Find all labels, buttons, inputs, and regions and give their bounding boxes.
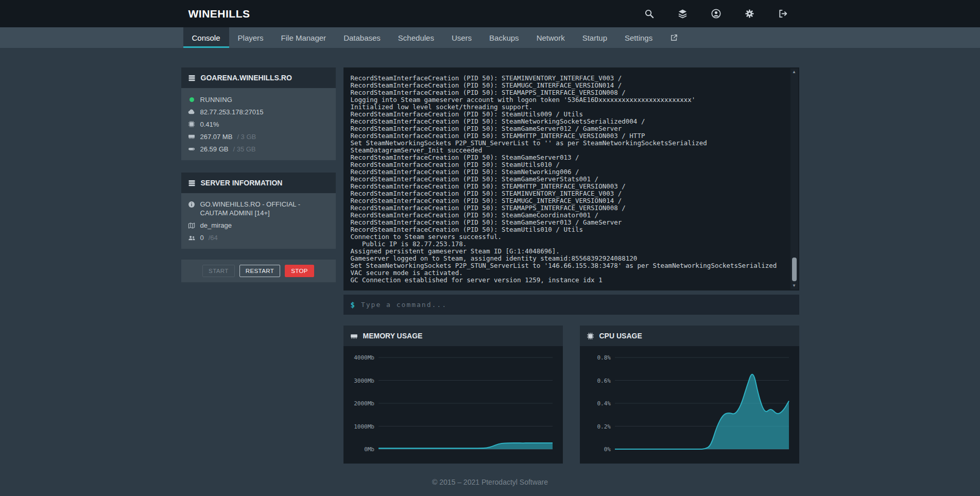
brand-title[interactable]: WINEHILLS	[188, 8, 250, 20]
memory-icon	[188, 133, 196, 140]
console-line: Connection to Steam servers successful.	[351, 233, 782, 241]
console: RecordSteamInterfaceCreation (PID 50): S…	[343, 67, 799, 290]
memory-chart-header: MEMORY USAGE	[343, 326, 563, 346]
map-row: de_mirage	[188, 219, 329, 231]
charts-row: MEMORY USAGE 0Mb1000Mb2000Mb3000Mb4000Mb…	[343, 326, 799, 464]
server-information-body: GO.WINEHILLS.RO - OFFICIAL - CAUTAM ADMI…	[181, 193, 336, 249]
svg-text:4000Mb: 4000Mb	[354, 354, 374, 361]
command-bar: $	[343, 295, 799, 315]
start-button[interactable]: START	[202, 265, 235, 277]
players-row: 0/64	[188, 231, 329, 244]
svg-text:0.2%: 0.2%	[597, 423, 611, 430]
memory-limit: / 3 GB	[237, 133, 256, 141]
server-overview-card: GOARENA.WINEHILLS.RO RUNNING 82.77.253.1…	[181, 67, 336, 160]
console-line: Assigned persistent gameserver Steam ID …	[351, 248, 782, 255]
cpu-usage-card: CPU USAGE 0%0.2%0.4%0.6%0.8%	[580, 326, 799, 464]
microchip-icon	[188, 121, 196, 128]
console-line: RecordSteamInterfaceCreation (PID 50): S…	[351, 132, 782, 140]
scroll-up-icon[interactable]: ▲	[790, 69, 798, 76]
console-line: GC Connection established for server ver…	[351, 277, 782, 284]
tab-file-manager[interactable]: File Manager	[272, 27, 335, 48]
console-line: VAC secure mode is activated.	[351, 269, 782, 277]
tab-settings[interactable]: Settings	[616, 27, 661, 48]
sidebar: GOARENA.WINEHILLS.RO RUNNING 82.77.253.1…	[181, 67, 336, 464]
svg-text:0Mb: 0Mb	[364, 446, 374, 453]
tab-users[interactable]: Users	[443, 27, 480, 48]
players-online: 0	[200, 234, 204, 242]
search-icon[interactable]	[644, 9, 654, 19]
server-address: 82.77.253.178:27015	[200, 108, 264, 116]
console-line: RecordSteamInterfaceCreation (PID 50): S…	[351, 168, 782, 176]
console-column: RecordSteamInterfaceCreation (PID 50): S…	[343, 67, 799, 464]
tab-console[interactable]: Console	[183, 27, 229, 48]
server-title: GOARENA.WINEHILLS.RO	[201, 74, 292, 82]
memory-chart-body: 0Mb1000Mb2000Mb3000Mb4000Mb	[343, 346, 563, 464]
command-input[interactable]	[361, 301, 792, 309]
external-link-icon[interactable]	[661, 27, 687, 48]
console-line: Gameserver logged on to Steam, assigned …	[351, 255, 782, 262]
console-line: Public IP is 82.77.253.178.	[351, 241, 782, 248]
server-information-card: SERVER INFORMATION GO.WINEHILLS.RO - OFF…	[181, 173, 336, 249]
console-line: SteamDatagramServer_Init succeeded	[351, 147, 782, 154]
svg-text:0.8%: 0.8%	[597, 354, 611, 361]
memory-row: 267.07 MB / 3 GB	[188, 130, 329, 143]
console-line: Set SteamNetworkingSockets P2P_STUN_Serv…	[351, 140, 782, 147]
memory-icon	[350, 332, 358, 340]
console-scrollbar[interactable]: ▲ ▼	[790, 69, 798, 289]
status-dot-icon	[190, 97, 194, 102]
address-row: 82.77.253.178:27015	[188, 106, 329, 118]
tab-backups[interactable]: Backups	[480, 27, 528, 48]
svg-text:0.6%: 0.6%	[597, 378, 611, 384]
server-status: RUNNING	[200, 96, 233, 104]
server-information-title: SERVER INFORMATION	[201, 179, 283, 187]
svg-text:1000Mb: 1000Mb	[354, 423, 374, 430]
console-output[interactable]: RecordSteamInterfaceCreation (PID 50): S…	[351, 75, 782, 284]
cloud-icon	[188, 108, 196, 115]
sign-out-icon[interactable]	[778, 9, 788, 19]
microchip-icon	[587, 332, 594, 340]
server-stats: RUNNING 82.77.253.178:27015 0.41%	[181, 88, 336, 160]
admin-settings-icon[interactable]	[745, 9, 754, 19]
console-line: Initialized low level socket/threading s…	[351, 104, 782, 111]
memory-usage-card: MEMORY USAGE 0Mb1000Mb2000Mb3000Mb4000Mb	[343, 326, 563, 464]
tab-network[interactable]: Network	[528, 27, 574, 48]
cpu-chart-header: CPU USAGE	[580, 326, 799, 346]
console-line: RecordSteamInterfaceCreation (PID 50): S…	[351, 219, 782, 226]
info-icon	[188, 200, 196, 208]
disk-limit: / 35 GB	[233, 145, 255, 153]
console-line: RecordSteamInterfaceCreation (PID 50): S…	[351, 75, 782, 82]
server-icon	[188, 179, 196, 187]
cpu-chart-title: CPU USAGE	[599, 332, 642, 340]
topbar-icons	[644, 9, 792, 19]
hostname-row: GO.WINEHILLS.RO - OFFICIAL - CAUTAM ADMI…	[188, 198, 329, 219]
scrollbar-thumb[interactable]	[792, 258, 797, 281]
console-line: RecordSteamInterfaceCreation (PID 50): S…	[351, 212, 782, 219]
top-bar: WINEHILLS	[0, 0, 980, 27]
main-content: GOARENA.WINEHILLS.RO RUNNING 82.77.253.1…	[181, 48, 799, 464]
svg-text:0%: 0%	[604, 446, 611, 453]
console-line: RecordSteamInterfaceCreation (PID 50): S…	[351, 226, 782, 233]
account-icon[interactable]	[711, 9, 721, 19]
svg-text:3000Mb: 3000Mb	[354, 378, 374, 384]
tab-players[interactable]: Players	[229, 27, 272, 48]
server-icon	[188, 74, 196, 82]
restart-button[interactable]: RESTART	[239, 265, 280, 277]
stop-button[interactable]: STOP	[285, 265, 314, 277]
console-line: RecordSteamInterfaceCreation (PID 50): S…	[351, 161, 782, 168]
tab-databases[interactable]: Databases	[335, 27, 389, 48]
console-line: RecordSteamInterfaceCreation (PID 50): S…	[351, 176, 782, 183]
server-nav: ConsolePlayersFile ManagerDatabasesSched…	[0, 27, 980, 48]
nav-tabs: ConsolePlayersFile ManagerDatabasesSched…	[183, 27, 662, 48]
console-line: RecordSteamInterfaceCreation (PID 50): S…	[351, 190, 782, 197]
tab-schedules[interactable]: Schedules	[389, 27, 443, 48]
cpu-usage-chart: 0%0.2%0.4%0.6%0.8%	[587, 352, 792, 457]
status-row: RUNNING	[188, 93, 329, 106]
console-line: RecordSteamInterfaceCreation (PID 50): S…	[351, 183, 782, 190]
server-list-icon[interactable]	[678, 9, 687, 19]
prompt-symbol: $	[351, 301, 355, 309]
hdd-icon	[188, 145, 196, 152]
console-line: RecordSteamInterfaceCreation (PID 50): S…	[351, 197, 782, 204]
tab-startup[interactable]: Startup	[574, 27, 616, 48]
scroll-down-icon[interactable]: ▼	[790, 282, 798, 289]
memory-chart-title: MEMORY USAGE	[363, 332, 423, 340]
